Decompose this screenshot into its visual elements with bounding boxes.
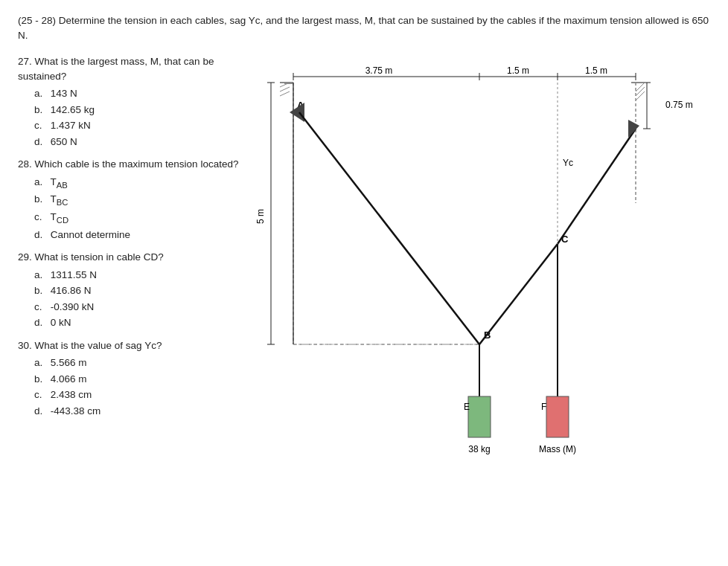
q28-title: 28. Which cable is the maximum tension l… bbox=[18, 157, 241, 172]
question-30: 30. What is the value of sag Yc? a. 5.56… bbox=[18, 338, 241, 419]
yc-label: Yc bbox=[563, 158, 573, 168]
q29-opt-d: d. 0 kN bbox=[34, 315, 241, 331]
svg-line-28 bbox=[479, 244, 558, 344]
q30-text: What is the value of sag Yc? bbox=[35, 340, 162, 351]
q30-opt-c: c. 2.438 cm bbox=[34, 387, 241, 403]
q27-title: 27. What is the largest mass, M, that ca… bbox=[18, 54, 241, 85]
questions-col: 27. What is the largest mass, M, that ca… bbox=[18, 54, 249, 503]
q30-number: 30. bbox=[18, 340, 32, 351]
span1-label: 3.75 m bbox=[365, 65, 393, 76]
mass-38kg-label: 38 kg bbox=[468, 444, 490, 454]
q29-number: 29. bbox=[18, 251, 32, 263]
q29-opt-a: a. 1311.55 N bbox=[34, 267, 241, 283]
diagram-svg: 3.75 m 1.5 m 1.5 m 0.75 m bbox=[249, 54, 710, 501]
q30-options: a. 5.566 m b. 4.066 m c. 2.438 cm d. -44… bbox=[34, 355, 241, 419]
svg-line-27 bbox=[299, 112, 479, 344]
q28-opt-b: b. TBC bbox=[34, 191, 241, 209]
q30-opt-b: b. 4.066 m bbox=[34, 371, 241, 387]
point-e-label: E bbox=[464, 402, 470, 412]
q29-options: a. 1311.55 N b. 416.86 N c. -0.390 kN d.… bbox=[34, 267, 241, 331]
diagram-col: 3.75 m 1.5 m 1.5 m 0.75 m bbox=[249, 54, 710, 503]
q28-opt-c: c. TCD bbox=[34, 209, 241, 227]
q29-opt-c: c. -0.390 kN bbox=[34, 299, 241, 315]
q30-opt-a: a. 5.566 m bbox=[34, 355, 241, 371]
svg-line-29 bbox=[558, 129, 636, 244]
svg-rect-35 bbox=[546, 396, 569, 437]
svg-line-21 bbox=[636, 91, 645, 100]
point-f-label: F bbox=[541, 402, 546, 412]
span2-label: 1.5 m bbox=[507, 65, 529, 76]
q27-options: a. 143 N b. 142.65 kg c. 1.437 kN d. 650… bbox=[34, 86, 241, 149]
question-27: 27. What is the largest mass, M, that ca… bbox=[18, 54, 241, 150]
q27-opt-b: b. 142.65 kg bbox=[34, 102, 241, 118]
page-wrapper: (25 - 28) Determine the tension in each … bbox=[18, 13, 710, 503]
q27-opt-d: d. 650 N bbox=[34, 134, 241, 150]
q29-text: What is tension in cable CD? bbox=[35, 251, 164, 263]
svg-line-16 bbox=[280, 91, 290, 96]
offset-label: 0.75 m bbox=[665, 100, 693, 110]
content-area: 27. What is the largest mass, M, that ca… bbox=[18, 54, 710, 503]
sag-5m-label: 5 m bbox=[255, 208, 266, 223]
header-text: (25 - 28) Determine the tension in each … bbox=[18, 13, 710, 44]
q28-opt-a: a. TAB bbox=[34, 174, 241, 192]
svg-line-19 bbox=[636, 83, 645, 91]
q27-text: What is the largest mass, M, that can be… bbox=[18, 56, 214, 82]
question-28: 28. Which cable is the maximum tension l… bbox=[18, 157, 241, 242]
svg-line-15 bbox=[280, 87, 290, 91]
q27-opt-c: c. 1.437 kN bbox=[34, 118, 241, 134]
span3-label: 1.5 m bbox=[585, 65, 607, 76]
mass-m-label: Mass (M) bbox=[539, 444, 576, 454]
q28-options: a. TAB b. TBC c. TCD d. Cannot determine bbox=[34, 174, 241, 243]
q28-opt-d: d. Cannot determine bbox=[34, 227, 241, 243]
svg-rect-33 bbox=[468, 396, 491, 437]
q30-opt-d: d. -443.38 cm bbox=[34, 403, 241, 419]
question-29: 29. What is tension in cable CD? a. 1311… bbox=[18, 250, 241, 331]
q29-title: 29. What is tension in cable CD? bbox=[18, 250, 241, 265]
svg-marker-30 bbox=[628, 120, 639, 138]
q28-text: Which cable is the maximum tension locat… bbox=[35, 158, 239, 170]
svg-line-20 bbox=[636, 87, 645, 96]
q28-number: 28. bbox=[18, 158, 32, 170]
q27-opt-a: a. 143 N bbox=[34, 86, 241, 102]
q29-opt-b: b. 416.86 N bbox=[34, 283, 241, 299]
q27-number: 27. bbox=[18, 56, 32, 67]
q30-title: 30. What is the value of sag Yc? bbox=[18, 338, 241, 353]
